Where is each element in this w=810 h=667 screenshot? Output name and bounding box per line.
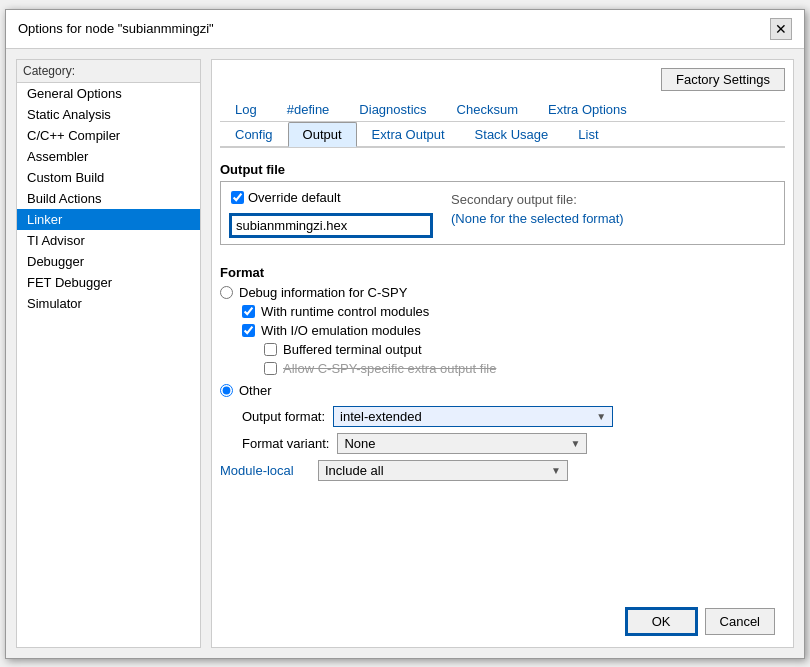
format-variant-dropdown[interactable]: None ▼ [337,433,587,454]
sidebar-item-debugger[interactable]: Debugger [17,251,200,272]
sidebar-item-build-actions[interactable]: Build Actions [17,188,200,209]
tab-checksum[interactable]: Checksum [442,97,533,122]
category-label: Category: [17,60,200,83]
output-format-row: Output format: intel-extended ▼ [220,406,785,427]
secondary-output-label: Secondary output file: [451,192,624,207]
dialog-title: Options for node "subianmmingzi" [18,21,214,36]
output-file-row: Override default Secondary output file: … [231,190,774,236]
module-local-label: Module-local [220,463,310,478]
buffered-terminal-label: Buffered terminal output [283,342,422,357]
sidebar-item-simulator[interactable]: Simulator [17,293,200,314]
runtime-label: With runtime control modules [261,304,429,319]
format-option-buffered: Buffered terminal output [264,341,785,358]
format-label: Format [220,265,785,280]
tabs-row1: Log #define Diagnostics Checksum Extra O… [220,97,785,122]
dialog-body: Category: General Options Static Analysi… [6,49,804,658]
tab-output[interactable]: Output [288,122,357,147]
sidebar: Category: General Options Static Analysi… [16,59,201,648]
dialog: Options for node "subianmmingzi" ✕ Categ… [5,9,805,659]
other-label: Other [239,383,272,398]
sidebar-item-ti-advisor[interactable]: TI Advisor [17,230,200,251]
output-file-label: Output file [220,162,785,177]
tab-define[interactable]: #define [272,97,345,122]
format-variant-value: None [344,436,375,451]
io-emulation-checkbox[interactable] [242,324,255,337]
tab-extra-output[interactable]: Extra Output [357,122,460,147]
secondary-output-value: (None for the selected format) [451,211,624,226]
output-format-value: intel-extended [340,409,422,424]
sidebar-item-fet-debugger[interactable]: FET Debugger [17,272,200,293]
other-radio[interactable] [220,384,233,397]
sidebar-item-general-options[interactable]: General Options [17,83,200,104]
output-format-dropdown[interactable]: intel-extended ▼ [333,406,613,427]
sidebar-item-custom-build[interactable]: Custom Build [17,167,200,188]
output-format-arrow: ▼ [596,411,606,422]
sidebar-item-cpp-compiler[interactable]: C/C++ Compiler [17,125,200,146]
ok-cancel-row: OK Cancel [220,600,785,639]
tab-list[interactable]: List [563,122,613,147]
format-option-io: With I/O emulation modules [242,322,785,339]
module-local-value: Include all [325,463,384,478]
debug-cspy-radio[interactable] [220,286,233,299]
output-file-section: Override default Secondary output file: … [220,181,785,245]
module-local-arrow: ▼ [551,465,561,476]
override-checkbox[interactable] [231,191,244,204]
sidebar-item-linker[interactable]: Linker [17,209,200,230]
format-option-debug: Debug information for C-SPY [220,284,785,301]
tab-log[interactable]: Log [220,97,272,122]
close-button[interactable]: ✕ [770,18,792,40]
output-format-label: Output format: [242,409,325,424]
tab-stack-usage[interactable]: Stack Usage [460,122,564,147]
title-bar: Options for node "subianmmingzi" ✕ [6,10,804,49]
io-emulation-label: With I/O emulation modules [261,323,421,338]
factory-settings-row: Factory Settings [220,68,785,91]
runtime-checkbox[interactable] [242,305,255,318]
tab-config[interactable]: Config [220,122,288,147]
format-section: Format Debug information for C-SPY With … [220,259,785,481]
hex-input[interactable] [231,215,431,236]
allow-cspy-checkbox[interactable] [264,362,277,375]
format-variant-row: Format variant: None ▼ [220,433,785,454]
cancel-button[interactable]: Cancel [705,608,775,635]
format-variant-label: Format variant: [242,436,329,451]
main-panel: Factory Settings Log #define Diagnostics… [211,59,794,648]
other-section: Other [220,383,785,398]
debug-cspy-label: Debug information for C-SPY [239,285,407,300]
format-option-runtime: With runtime control modules [242,303,785,320]
ok-button[interactable]: OK [626,608,697,635]
module-local-row: Module-local Include all ▼ [220,460,785,481]
override-label: Override default [248,190,341,205]
override-row: Override default [231,190,431,205]
format-option-allow-cspy: Allow C-SPY-specific extra output file [264,360,785,377]
format-variant-arrow: ▼ [571,438,581,449]
tab-extra-options[interactable]: Extra Options [533,97,642,122]
tabs-row2: Config Output Extra Output Stack Usage L… [220,122,785,148]
sidebar-item-assembler[interactable]: Assembler [17,146,200,167]
sidebar-item-static-analysis[interactable]: Static Analysis [17,104,200,125]
allow-cspy-label: Allow C-SPY-specific extra output file [283,361,496,376]
buffered-terminal-checkbox[interactable] [264,343,277,356]
tab-diagnostics[interactable]: Diagnostics [344,97,441,122]
module-local-dropdown[interactable]: Include all ▼ [318,460,568,481]
factory-settings-button[interactable]: Factory Settings [661,68,785,91]
